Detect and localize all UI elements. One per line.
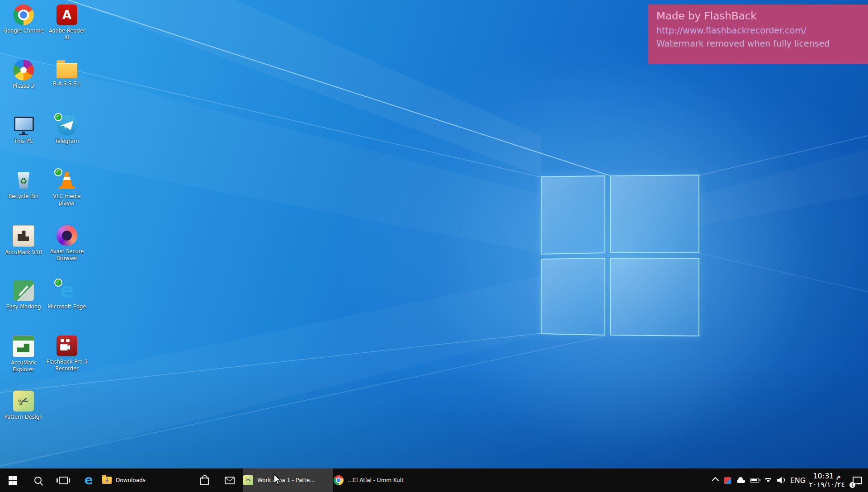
desktop-icon-label: This PC xyxy=(14,138,33,145)
desktop-icon-label: B.A.S.S.E.L xyxy=(53,80,81,87)
desktop-icon-adobe-reader[interactable]: Adobe Reader XI xyxy=(46,3,88,58)
wallpaper-windows-logo xyxy=(0,0,868,468)
mail-envelope-icon xyxy=(225,477,235,484)
taskbar-downloads-window-button[interactable]: Downloads xyxy=(102,468,192,492)
downloads-folder-icon xyxy=(102,477,112,484)
telegram-icon xyxy=(57,115,77,136)
desktop-icon-label: Microsoft Edge xyxy=(48,303,86,310)
taskbar-edge-button[interactable] xyxy=(76,468,101,492)
desktop-icon-label: FlashBack Pro 5 Recorder xyxy=(46,359,88,372)
cloud-icon xyxy=(737,478,745,483)
tray-network-button[interactable] xyxy=(761,468,775,492)
desktop-icon-this-pc[interactable]: This PC xyxy=(2,113,45,168)
edge-icon xyxy=(85,474,93,487)
edge-icon xyxy=(57,280,77,301)
taskbar-pattern-design-window-button[interactable]: Work Area 1 - Patte... xyxy=(243,468,333,492)
wifi-icon xyxy=(764,478,772,483)
computer-icon xyxy=(13,115,34,136)
clock-time: 10:31 م xyxy=(813,472,840,480)
tray-volume-button[interactable] xyxy=(775,468,788,492)
accumark-icon xyxy=(13,225,34,247)
desktop-icon-label: Telegram xyxy=(55,138,79,145)
system-tray: ENG 10:31 م ٢٠١٩/١٠/٢٤ 1 xyxy=(707,468,868,492)
desktop-icon-label: Avast Secure Browser xyxy=(46,248,88,262)
speaker-icon xyxy=(777,477,786,483)
mail-button[interactable] xyxy=(217,468,242,492)
tray-battery-button[interactable] xyxy=(748,468,761,492)
folder-icon xyxy=(57,63,77,78)
green-check-overlay-icon xyxy=(54,113,62,121)
watermark-note: Watermark removed when fully licensed xyxy=(656,38,863,48)
desktop-icon-grid: Google Chrome Picasa 3 This PC Recycle B… xyxy=(2,3,89,444)
tray-flashback-button[interactable] xyxy=(721,468,734,492)
action-center-button[interactable]: 1 xyxy=(846,468,868,492)
taskbar-chrome-window-button[interactable]: ...El Atlal - Umm Kult xyxy=(334,468,423,492)
desktop[interactable]: Google Chrome Picasa 3 This PC Recycle B… xyxy=(0,0,868,468)
language-indicator[interactable]: ENG xyxy=(788,468,807,492)
taskbar-window-label: Downloads xyxy=(116,477,146,483)
flashback-tray-icon xyxy=(724,477,731,484)
desktop-icon-label: Recycle Bin xyxy=(9,193,38,200)
chrome-icon xyxy=(13,5,34,25)
pattern-design-icon xyxy=(13,391,34,412)
tray-onedrive-button[interactable] xyxy=(734,468,748,492)
picasa-icon xyxy=(13,60,34,80)
desktop-icon-recycle-bin[interactable]: Recycle Bin xyxy=(2,168,45,223)
watermark-url: http://www.flashbackrecorder.com/ xyxy=(656,25,863,35)
desktop-icon-easy-marking[interactable]: Easy Marking xyxy=(2,279,45,334)
flashback-icon xyxy=(57,336,77,356)
task-view-button[interactable] xyxy=(51,468,76,492)
windows-desktop-screen: Google Chrome Picasa 3 This PC Recycle B… xyxy=(0,0,868,492)
desktop-icon-label: Easy Marking xyxy=(6,303,41,310)
start-button[interactable] xyxy=(0,468,25,492)
desktop-icon-label: AccuMark V10 xyxy=(5,249,42,256)
tray-show-hidden-icons-button[interactable] xyxy=(707,468,721,492)
adobe-reader-icon xyxy=(57,5,77,25)
desktop-icon-accumark-explorer[interactable]: AccuMark Explorer xyxy=(2,334,45,389)
taskbar-window-label: Work Area 1 - Patte... xyxy=(257,477,315,483)
recycle-bin-icon xyxy=(13,170,34,191)
desktop-icon-label: AccuMark Explorer xyxy=(3,360,44,373)
desktop-icon-avast-browser[interactable]: Avast Secure Browser xyxy=(46,223,88,279)
avast-icon xyxy=(57,225,77,246)
search-button[interactable] xyxy=(25,468,51,492)
desktop-icon-telegram[interactable]: Telegram xyxy=(46,113,88,168)
store-bag-icon xyxy=(200,478,209,485)
chevron-up-icon xyxy=(712,477,719,484)
desktop-icon-flashback-recorder[interactable]: FlashBack Pro 5 Recorder xyxy=(46,334,88,389)
taskbar: Downloads Work Area 1 - Patte... ...El A… xyxy=(0,468,868,492)
desktop-icon-label: Picasa 3 xyxy=(13,83,34,90)
taskbar-clock[interactable]: 10:31 م ٢٠١٩/١٠/٢٤ xyxy=(807,468,846,492)
pattern-design-icon xyxy=(243,475,253,485)
watermark-title: Made by FlashBack xyxy=(656,10,863,22)
flashback-watermark: Made by FlashBack http://www.flashbackre… xyxy=(648,5,868,64)
desktop-icon-pattern-design[interactable]: Pattern Design xyxy=(2,389,45,444)
search-icon xyxy=(34,477,42,484)
desktop-icon-picasa[interactable]: Picasa 3 xyxy=(2,58,45,113)
desktop-icon-label: Adobe Reader XI xyxy=(46,28,88,41)
easy-marking-icon xyxy=(13,280,34,301)
notification-count-badge: 1 xyxy=(849,482,855,488)
desktop-icon-google-chrome[interactable]: Google Chrome xyxy=(2,3,45,58)
desktop-icon-label: Google Chrome xyxy=(3,28,43,34)
accumark-explorer-icon xyxy=(13,336,34,357)
green-check-overlay-icon xyxy=(54,168,62,176)
taskbar-window-label: ...El Atlal - Umm Kult xyxy=(348,477,404,483)
microsoft-store-button[interactable] xyxy=(192,468,217,492)
desktop-icon-accumark-v10[interactable]: AccuMark V10 xyxy=(2,223,45,279)
windows-logo-icon xyxy=(9,476,17,485)
vlc-icon xyxy=(57,170,77,191)
chrome-icon xyxy=(334,475,344,485)
desktop-icon-label: VLC media player xyxy=(46,193,88,207)
green-check-overlay-icon xyxy=(54,279,62,287)
clock-date: ٢٠١٩/١٠/٢٤ xyxy=(809,480,845,489)
desktop-icon-microsoft-edge[interactable]: Microsoft Edge xyxy=(46,279,88,334)
desktop-icon-vlc[interactable]: VLC media player xyxy=(46,168,88,223)
desktop-icon-label: Pattern Design xyxy=(5,414,43,421)
task-view-icon xyxy=(59,477,68,484)
desktop-icon-bassel-folder[interactable]: B.A.S.S.E.L xyxy=(46,58,88,113)
battery-icon xyxy=(750,478,759,483)
